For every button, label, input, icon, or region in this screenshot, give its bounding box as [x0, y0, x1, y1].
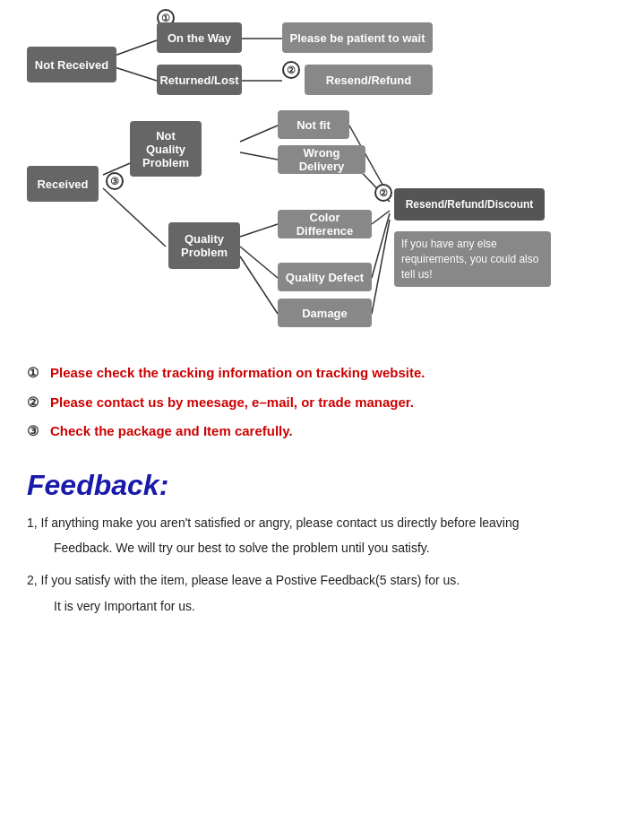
feedback-item-2-indent: It is very Important for us.: [54, 596, 609, 616]
feedback-title: Feedback:: [27, 469, 609, 502]
svg-line-6: [240, 126, 278, 142]
svg-line-10: [240, 256, 278, 314]
instructions-section: ① Please check the tracking information …: [27, 363, 609, 442]
svg-line-9: [240, 247, 278, 278]
instruction-3: ③ Check the package and Item carefully.: [27, 421, 609, 442]
box-resend-refund: Resend/Refund: [305, 65, 433, 95]
feedback-item-2: 2, If you satisfy with the item, please …: [27, 570, 609, 590]
box-received: Received: [27, 166, 99, 202]
instruction-2-num: ②: [27, 393, 47, 413]
box-wrong-delivery: Wrong Delivery: [278, 145, 365, 174]
box-quality-problem: Quality Problem: [168, 222, 240, 269]
instruction-3-num: ③: [27, 421, 47, 442]
svg-line-15: [372, 220, 390, 314]
box-color-difference: Color Difference: [278, 210, 372, 238]
instruction-1-num: ①: [27, 363, 47, 384]
marker-two-top: ②: [282, 61, 300, 79]
instruction-1-text: Please check the tracking information on…: [50, 363, 425, 384]
instruction-2: ② Please contact us by meesage, e–mail, …: [27, 393, 609, 413]
marker-three: ③: [106, 172, 124, 190]
box-not-quality-problem: Not Quality Problem: [130, 121, 202, 177]
svg-line-1: [115, 67, 157, 81]
box-returned-lost: Returned/Lost: [157, 65, 242, 95]
instruction-3-text: Check the package and Item carefully.: [50, 421, 293, 442]
box-on-the-way: On the Way: [157, 22, 242, 53]
box-not-fit: Not fit: [278, 110, 349, 139]
feedback-item-1-indent: Feedback. We will try our best to solve …: [54, 538, 609, 558]
svg-line-13: [372, 211, 390, 224]
feedback-item-1: 1, If anything make you aren't satisfied…: [27, 513, 609, 533]
instruction-1: ① Please check the tracking information …: [27, 363, 609, 384]
box-please-wait: Please be patient to wait: [282, 22, 433, 53]
box-speech: If you have any else requirements, you c…: [394, 231, 551, 287]
svg-line-8: [240, 224, 278, 237]
box-resend-refund-discount: Resend/Refund/Discount: [394, 188, 545, 221]
box-quality-defect: Quality Defect: [278, 263, 372, 291]
box-not-received: Not Received: [27, 47, 116, 82]
svg-line-5: [103, 188, 166, 247]
feedback-section: Feedback: 1, If anything make you aren't…: [27, 469, 609, 617]
box-damage: Damage: [278, 299, 372, 327]
marker-two-bottom: ②: [374, 184, 392, 202]
instruction-2-text: Please contact us by meesage, e–mail, or…: [50, 393, 414, 413]
svg-line-0: [115, 40, 157, 56]
svg-line-7: [240, 152, 278, 160]
flowchart: ① Not Received On the Way Returned/Lost …: [18, 9, 618, 350]
svg-line-14: [372, 213, 390, 278]
